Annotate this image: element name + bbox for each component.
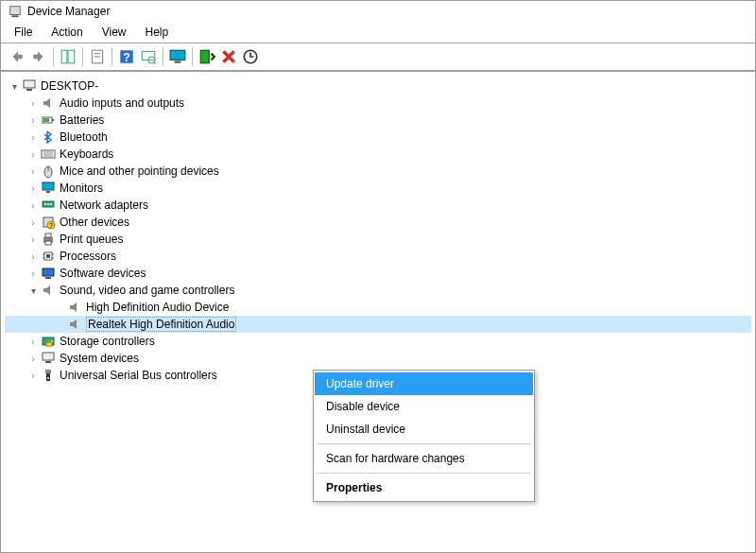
tree-item-label: Storage controllers <box>60 335 155 348</box>
enable-icon[interactable] <box>198 48 215 65</box>
properties-icon[interactable] <box>89 48 106 65</box>
svg-point-32 <box>44 203 46 205</box>
system-icon <box>41 351 56 366</box>
chevron-right-icon[interactable]: › <box>27 114 39 126</box>
tree-category[interactable]: ›Monitors <box>5 180 751 197</box>
chevron-right-icon[interactable]: › <box>27 165 39 177</box>
svg-rect-29 <box>43 182 54 190</box>
chevron-right-icon[interactable]: › <box>27 251 39 262</box>
chevron-right-icon[interactable]: › <box>27 131 39 143</box>
tree-category[interactable]: ›System devices <box>5 350 751 367</box>
speaker-icon <box>41 283 56 298</box>
toolbar-separator <box>192 47 193 66</box>
svg-rect-0 <box>10 7 21 15</box>
app-icon <box>9 5 22 18</box>
svg-line-13 <box>154 62 156 64</box>
chevron-right-icon[interactable]: › <box>27 216 39 228</box>
svg-point-33 <box>47 203 49 205</box>
chevron-right-icon[interactable]: › <box>27 268 39 279</box>
toolbar-separator <box>112 47 112 66</box>
svg-rect-16 <box>200 50 209 63</box>
tree-item-label: Software devices <box>60 267 146 280</box>
context-menu-item-disable[interactable]: Disable device <box>315 395 533 418</box>
tree-item-label: Mice and other pointing devices <box>60 164 219 178</box>
menu-action[interactable]: Action <box>43 24 90 41</box>
tree-category[interactable]: ›Processors <box>5 248 751 265</box>
tree-category[interactable]: ›Mice and other pointing devices <box>5 163 751 180</box>
tree-device[interactable]: Realtek High Definition Audio <box>5 316 751 333</box>
tree-category[interactable]: ›Keyboards <box>5 146 751 163</box>
tree-category[interactable]: ›Audio inputs and outputs <box>5 95 751 112</box>
back-icon[interactable] <box>9 48 26 65</box>
computer-icon <box>22 78 37 94</box>
speaker-icon <box>41 95 56 111</box>
svg-rect-48 <box>45 277 51 279</box>
tree-item-label: Bluetooth <box>60 130 108 144</box>
other-icon: ? <box>41 215 56 230</box>
chevron-down-icon[interactable]: ▾ <box>27 285 39 296</box>
menu-help[interactable]: Help <box>138 24 177 41</box>
svg-rect-30 <box>46 191 50 193</box>
tree-item-label: Keyboards <box>60 147 113 161</box>
svg-rect-5 <box>68 50 75 63</box>
svg-text:?: ? <box>49 222 53 229</box>
svg-rect-1 <box>12 15 19 17</box>
chevron-right-icon[interactable]: › <box>27 370 39 381</box>
chevron-right-icon[interactable]: › <box>27 97 39 109</box>
chevron-right-icon[interactable]: › <box>27 148 39 160</box>
chevron-down-icon[interactable]: ▾ <box>9 80 20 92</box>
tree-root-label: DESKTOP- <box>41 79 98 93</box>
monitor-action-icon[interactable] <box>169 48 186 65</box>
chevron-right-icon[interactable]: › <box>27 233 39 245</box>
chevron-right-icon[interactable]: › <box>27 199 39 211</box>
menu-file[interactable]: File <box>7 24 40 41</box>
context-menu-item-uninstall[interactable]: Uninstall device <box>315 418 533 441</box>
svg-rect-53 <box>45 361 51 363</box>
forward-icon[interactable] <box>30 48 47 65</box>
context-menu-item-properties[interactable]: Properties <box>315 476 533 499</box>
context-menu-item-update[interactable]: Update driver <box>315 372 533 395</box>
scan-icon[interactable] <box>140 48 157 65</box>
device-tree: ▾ DESKTOP- ›Audio inputs and outputs›Bat… <box>1 71 755 537</box>
svg-rect-21 <box>52 119 54 121</box>
chevron-right-icon[interactable]: › <box>27 336 39 347</box>
help-icon[interactable]: ? <box>118 48 135 65</box>
tree-category[interactable]: ›?Other devices <box>5 214 751 231</box>
title-bar: Device Manager <box>1 1 755 22</box>
tree-category[interactable]: ›Software devices <box>5 265 751 282</box>
usb-icon <box>41 368 56 383</box>
svg-rect-19 <box>26 89 32 91</box>
menu-view[interactable]: View <box>94 24 134 41</box>
tree-item-label: Audio inputs and outputs <box>60 96 184 110</box>
context-menu-separator <box>317 473 531 474</box>
chevron-right-icon[interactable]: › <box>27 353 39 364</box>
tree-category[interactable]: ›Batteries <box>5 112 751 129</box>
toolbar-separator <box>53 47 54 66</box>
window-title: Device Manager <box>27 5 110 18</box>
chevron-right-icon[interactable]: › <box>27 182 39 194</box>
svg-rect-42 <box>46 254 50 258</box>
tree-root[interactable]: ▾ DESKTOP- <box>5 78 751 95</box>
tree-category[interactable]: ›Network adapters <box>5 197 751 214</box>
spacer <box>54 319 65 330</box>
svg-point-34 <box>50 203 52 205</box>
battery-icon <box>41 112 56 128</box>
speaker-icon <box>67 317 82 332</box>
tree-item-label: Realtek High Definition Audio <box>86 317 236 332</box>
context-menu-item-scan[interactable]: Scan for hardware changes <box>315 447 533 470</box>
svg-rect-14 <box>170 50 185 60</box>
tree-category[interactable]: ›Bluetooth <box>5 129 751 146</box>
tree-category-sound[interactable]: ▾ Sound, video and game controllers <box>5 282 751 299</box>
svg-rect-18 <box>24 80 35 88</box>
update-icon[interactable] <box>242 48 259 65</box>
cpu-icon <box>41 249 56 264</box>
uninstall-icon[interactable] <box>220 48 237 65</box>
tree-item-label: Monitors <box>60 181 103 195</box>
svg-rect-47 <box>43 268 54 276</box>
tree-item-label: Network adapters <box>60 199 148 212</box>
menu-bar: File Action View Help <box>1 22 755 43</box>
tree-category[interactable]: ›Storage controllers <box>5 333 751 350</box>
show-hide-icon[interactable] <box>60 48 77 65</box>
tree-device[interactable]: High Definition Audio Device <box>5 299 751 316</box>
tree-category[interactable]: ›Print queues <box>5 231 751 248</box>
